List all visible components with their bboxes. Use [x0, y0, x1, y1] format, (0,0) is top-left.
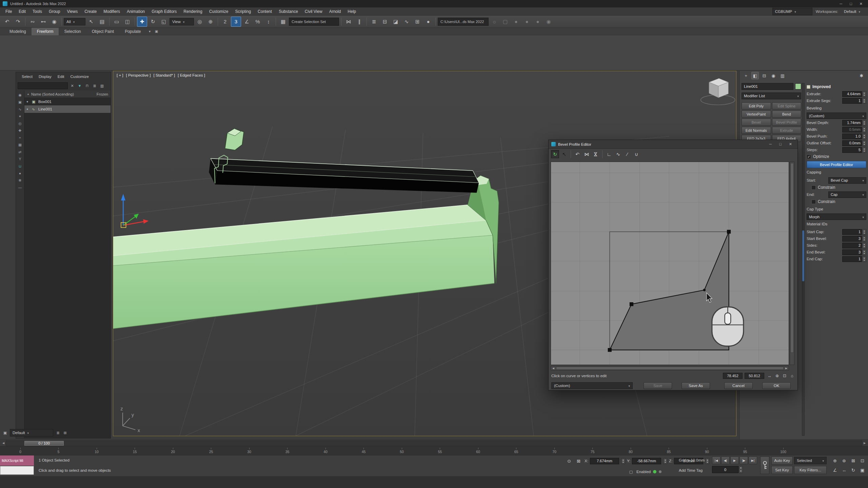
modifier-button-extrude[interactable]: Extrude	[772, 127, 802, 134]
explorer-columns-icon[interactable]: ▥	[99, 83, 105, 89]
explorer-search-input[interactable]	[18, 82, 68, 89]
end-bevel-value[interactable]: 3	[842, 249, 862, 255]
utilities-tab-icon[interactable]: ✱	[858, 72, 865, 79]
layer-dropdown[interactable]: Default	[10, 429, 53, 436]
y-spinner[interactable]: ▴▾	[663, 458, 667, 464]
pan-icon[interactable]: ↔	[840, 466, 848, 474]
frame-tick[interactable]: 100	[776, 448, 791, 454]
modifier-button-bend[interactable]: Bend	[772, 110, 802, 118]
ok-button[interactable]: OK	[762, 382, 791, 389]
render-sphere2-icon[interactable]: ●	[522, 17, 532, 27]
edit-named-selections-icon[interactable]: ▦	[278, 17, 288, 27]
layer-list-icon[interactable]: ≣	[55, 430, 61, 436]
filter-frozen-icon[interactable]: ✻	[17, 177, 23, 183]
modifier-button-bevel-profile[interactable]: Bevel Profile	[772, 119, 802, 126]
start-cap-dropdown[interactable]: Bevel Cap	[828, 177, 866, 184]
z-spinner[interactable]: ▴▾	[705, 458, 709, 464]
schematic-view-icon[interactable]: ⊞	[412, 17, 422, 27]
visibility-icon[interactable]: ●	[26, 100, 30, 103]
frame-tick[interactable]: 70	[547, 448, 562, 454]
viewport-general-menu[interactable]: [ + ]	[117, 73, 123, 77]
explorer-menu-select[interactable]: Select	[19, 75, 36, 79]
frame-tick[interactable]: 35	[280, 448, 295, 454]
material-editor-icon[interactable]: ●	[423, 17, 433, 27]
current-frame-field[interactable]: 0	[712, 466, 738, 473]
menu-civil-view[interactable]: Civil View	[301, 7, 326, 15]
filter-containers-icon[interactable]: ⊔	[17, 163, 23, 169]
ribbon-toggle-icon[interactable]: ◪	[391, 17, 401, 27]
end-cap-value[interactable]: 1	[842, 256, 862, 262]
bezier-point-icon[interactable]: ∿	[614, 150, 622, 158]
start-cap-spinner[interactable]: ▴▾	[862, 229, 866, 235]
maxscript-mini-listener-tab[interactable]: MAXScript Mi	[0, 455, 34, 466]
viewcube[interactable]	[701, 78, 735, 105]
use-center-icon[interactable]: ◎	[195, 17, 205, 27]
explorer-menu-display[interactable]: Display	[36, 75, 55, 79]
rendered-frame-icon[interactable]: ▢	[500, 17, 510, 27]
ribbon-tab-object-paint[interactable]: Object Paint	[86, 28, 119, 35]
snap-2d-icon[interactable]: 2	[220, 17, 230, 27]
minimize-button[interactable]	[840, 2, 842, 6]
set-key-mode-button[interactable]	[760, 456, 769, 474]
selection-filter-dropdown[interactable]: All	[64, 18, 85, 25]
maxscript-mini-listener-input[interactable]	[0, 466, 34, 475]
zoom-all-icon[interactable]: ⊛	[840, 456, 848, 465]
explorer-menu-edit[interactable]: Edit	[55, 75, 67, 79]
modifier-button-edit-normals[interactable]: Edit Normals	[742, 127, 771, 134]
scrollbar-thumb[interactable]	[802, 230, 804, 281]
update-profile-icon[interactable]: ↻	[551, 150, 559, 158]
new-layer-icon[interactable]: ⊞	[62, 430, 68, 436]
filter-materials-icon[interactable]: ●	[17, 170, 23, 176]
frozen-column-header[interactable]: Frozen	[97, 92, 108, 96]
menu-create[interactable]: Create	[81, 7, 100, 15]
visibility-icon[interactable]: ●	[26, 107, 30, 111]
profile-v-scrollbar[interactable]	[790, 162, 794, 365]
frame-tick[interactable]: 75	[585, 448, 600, 454]
orbit-icon[interactable]: ↻	[849, 466, 857, 474]
extrude-spinner[interactable]: ▴▾	[862, 91, 866, 97]
go-end-icon[interactable]: ▶|	[749, 456, 757, 464]
filter-geometry-icon[interactable]: ▣	[17, 99, 23, 105]
snap-3d-icon[interactable]: 3	[231, 17, 241, 27]
zoom-icon[interactable]: ⊕	[831, 456, 839, 465]
dialog-close-button[interactable]	[789, 142, 792, 146]
viewport-renderer-menu[interactable]: [ Standard* ]	[153, 73, 175, 77]
cancel-button[interactable]: Cancel	[724, 382, 753, 389]
frame-tick[interactable]: 20	[165, 448, 180, 454]
prev-frame-arrow-icon[interactable]: ◀	[1, 442, 6, 445]
extrude-segs-value[interactable]: 1	[842, 98, 862, 104]
selection-lock-icon[interactable]: ⊠	[574, 457, 583, 465]
clear-search-icon[interactable]: ✕	[69, 83, 75, 89]
filter-hidden-icon[interactable]: —	[17, 184, 23, 190]
start-bevel-spinner[interactable]: ▴▾	[862, 236, 866, 242]
fov-icon[interactable]: ∠	[831, 466, 839, 474]
render-production-icon[interactable]: ◉	[544, 17, 554, 27]
bevel-push-spinner[interactable]: ▴▾	[862, 134, 866, 139]
filter-cameras-icon[interactable]: ◎	[17, 120, 23, 126]
add-time-tag[interactable]: Add Time Tag	[679, 468, 703, 472]
profile-canvas[interactable]	[551, 162, 789, 365]
filter-all-icon[interactable]: ◉	[17, 92, 23, 98]
bevel-depth-spinner[interactable]: ▴▾	[862, 120, 866, 126]
bind-spacewarp-icon[interactable]: ◉	[49, 17, 59, 27]
scrollbar-thumb[interactable]	[790, 163, 794, 353]
dialog-maximize-button[interactable]	[779, 142, 782, 146]
save-as-button[interactable]: Save As	[682, 382, 710, 389]
selection-set-field[interactable]: Create Selection Set	[289, 18, 339, 26]
filter-funnel-icon[interactable]: ▼	[77, 83, 83, 89]
key-filters-button[interactable]: Key Filters...	[794, 466, 827, 474]
rect-selection-icon[interactable]: ▭	[112, 17, 122, 27]
frame-tick[interactable]: 90	[699, 448, 714, 454]
time-slider-track[interactable]: 0 / 100	[6, 441, 862, 446]
end-bevel-spinner[interactable]: ▴▾	[862, 249, 866, 255]
menu-substance[interactable]: Substance	[275, 7, 301, 15]
outline-offset-spinner[interactable]: ▴▾	[862, 140, 866, 146]
select-move-icon[interactable]: ✚	[137, 17, 147, 27]
adaptive-degradation-icon[interactable]: ▢	[628, 468, 634, 476]
profile-spline-object[interactable]	[225, 129, 244, 150]
viewport-pov-menu[interactable]: [ Perspective ]	[126, 73, 151, 77]
mirror-icon[interactable]: ⋈	[343, 17, 354, 27]
angle-snap-icon[interactable]: ∠	[242, 17, 252, 27]
display-tab-icon[interactable]: ▥	[779, 72, 786, 79]
frame-tick[interactable]: 15	[127, 448, 142, 454]
